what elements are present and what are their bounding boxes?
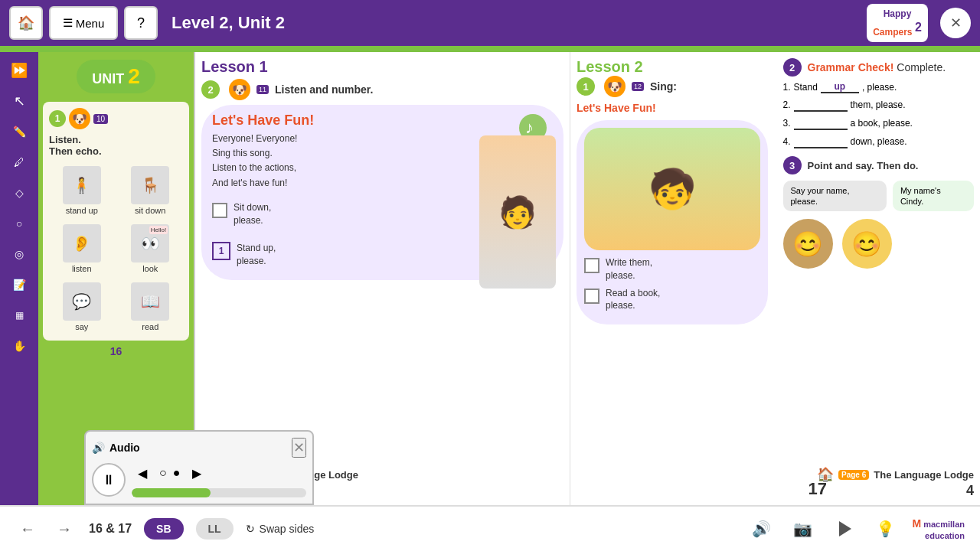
track-badge-11: 11 xyxy=(256,85,269,94)
audio-speaker-icon: 🔊 xyxy=(92,442,105,454)
close-button[interactable]: ✕ xyxy=(940,8,971,38)
grid-tool-button[interactable]: ▦ xyxy=(5,302,33,329)
swap-sides-button[interactable]: ↻ Swap sides xyxy=(246,523,315,535)
checkbox-stand-up-label: Stand up,please. xyxy=(237,242,276,268)
stand-up-label: stand up xyxy=(66,206,98,215)
swap-icon: ↻ xyxy=(246,523,255,535)
checkbox-sit-down-box[interactable] xyxy=(212,203,227,218)
avatar-2: 😊 xyxy=(842,219,892,269)
main-area: ⏩ ↖ ✏️ 🖊 ◇ ○ ◎ 📝 ▦ ✋ UNIT 2 1 xyxy=(0,52,980,505)
svg-text:♪: ♪ xyxy=(525,118,534,137)
grammar-section: 2 Grammar Check! Complete. 1. Stand up ,… xyxy=(783,58,975,148)
dog-icon: 🐶 xyxy=(69,108,90,129)
menu-label: Menu xyxy=(76,17,105,30)
pen-tool-button[interactable]: ✏️ xyxy=(5,118,33,145)
unit-label: UNIT xyxy=(92,71,124,86)
audio-dot2: ● xyxy=(173,466,181,480)
checkbox-read-label: Read a book,please. xyxy=(606,287,660,313)
stand-up-image: 🧍 xyxy=(63,166,101,204)
sit-down-image: 🪑 xyxy=(131,166,169,204)
home-button[interactable]: 🏠 xyxy=(9,6,43,40)
svg-marker-2 xyxy=(839,521,851,536)
present-button[interactable] xyxy=(829,514,858,543)
num-badge-1: 1 xyxy=(212,242,230,260)
vocab-listen: 👂 listen xyxy=(49,224,115,273)
listen-label: Listen. Then echo. xyxy=(49,134,183,157)
checkbox-read-box[interactable] xyxy=(584,289,599,304)
hand-tool-button[interactable]: ✋ xyxy=(5,332,33,360)
activity2-dog-icon: 🐶 xyxy=(229,79,250,100)
menu-button[interactable]: ☰ Menu xyxy=(49,6,118,40)
pause-icon: ⏸ xyxy=(102,472,116,488)
circle-tool-button[interactable]: ◎ xyxy=(5,240,33,268)
activity-1-num: 1 xyxy=(49,110,66,127)
bulb-button[interactable]: 💡 xyxy=(871,514,900,543)
swap-label: Swap sides xyxy=(260,523,315,535)
unit-header: UNIT 2 xyxy=(38,52,194,97)
lesson2-checkbox-write: Write them,please. xyxy=(584,256,760,282)
macmillan-logo: M macmillaneducation xyxy=(912,517,965,541)
page-range: 16 & 17 xyxy=(89,522,132,536)
logo-text: HappyCampers 2 xyxy=(873,8,922,37)
look-image: 👀 Hello! xyxy=(131,224,169,262)
song-title: Let's Have Fun! xyxy=(212,112,553,129)
audio-pause-button[interactable]: ⏸ xyxy=(92,463,126,497)
audio-rewind-button[interactable]: ◀ xyxy=(132,462,153,484)
audio-progress-bar[interactable] xyxy=(132,488,306,497)
sing-title: Let's Have Fun! xyxy=(577,102,768,114)
activity2-label: Listen and number. xyxy=(275,83,373,96)
say-label: say xyxy=(75,322,88,331)
unit-badge: UNIT 2 xyxy=(77,60,155,93)
grammar-answer-1: up xyxy=(821,81,859,93)
listen-image: 👂 xyxy=(63,224,101,262)
volume-button[interactable]: 🔊 xyxy=(746,514,776,543)
tab-ll-button[interactable]: LL xyxy=(196,518,234,540)
vocab-say: 💬 say xyxy=(49,282,115,331)
help-button[interactable]: ? xyxy=(124,6,158,40)
eraser-tool-button[interactable]: ◇ xyxy=(5,179,33,207)
unit-number: 2 xyxy=(128,64,140,88)
audio-controls-row: ⏸ ◀ ○ ● ▶ xyxy=(92,462,306,497)
activity2-num: 2 xyxy=(201,80,220,99)
audio-close-button[interactable]: ✕ xyxy=(292,438,306,458)
audio-title-text: Audio xyxy=(109,442,140,454)
lesson2-blob: 🧒 Write them,please. Read a xyxy=(577,120,768,324)
lesson2-activity1-row: 1 🐶 12 Sing: xyxy=(577,76,768,97)
tab-sb-button[interactable]: SB xyxy=(144,518,183,540)
track-badge-10: 10 xyxy=(93,114,108,124)
audio-dot1: ○ xyxy=(159,466,167,480)
shape-tool-button[interactable]: ○ xyxy=(5,210,33,237)
text-tool-button[interactable]: 📝 xyxy=(5,271,33,298)
song-person-image: 🧑 xyxy=(479,135,556,289)
home-icon: 🏠 xyxy=(18,15,34,31)
grammar-column: 2 Grammar Check! Complete. 1. Stand up ,… xyxy=(783,58,975,324)
say-image: 💬 xyxy=(63,282,101,321)
grammar-line-3: 3. a book, please. xyxy=(783,116,975,130)
point-say-label: Point and say. Then do. xyxy=(808,160,919,171)
pointer-tool-button[interactable]: ↖ xyxy=(5,87,33,115)
lesson2-column: Lesson 2 1 🐶 12 Sing: Let's Have Fun! xyxy=(577,58,768,324)
lesson2-person-image: 🧒 xyxy=(584,128,760,250)
forward-tool-button[interactable]: ⏩ xyxy=(5,57,33,84)
grammar-line-4: 4. down, please. xyxy=(783,135,975,148)
bubble1-text: Say your name, please. xyxy=(791,186,850,206)
speech-bubble-1: Say your name, please. xyxy=(783,181,887,211)
menu-icon: ☰ xyxy=(63,16,73,30)
audio-play-button[interactable]: ▶ xyxy=(186,462,207,484)
checkbox-write-box[interactable] xyxy=(584,258,599,273)
grammar-check-label: Grammar Check! xyxy=(808,61,894,73)
look-label: look xyxy=(142,264,158,273)
lang-lodge-2: 🏠 Page 6 The Language Lodge 4 xyxy=(817,466,974,499)
highlighter-tool-button[interactable]: 🖊 xyxy=(5,148,33,176)
speech-bubble-2: My name's Cindy. xyxy=(893,181,974,211)
prev-page-button[interactable]: ← xyxy=(15,517,40,541)
audio-transport: ◀ ○ ● ▶ xyxy=(132,462,306,484)
camera-button[interactable]: 📷 xyxy=(788,514,817,543)
audio-progress-area: ◀ ○ ● ▶ xyxy=(132,462,306,497)
bottom-bar: ← → 16 & 17 SB LL ↻ Swap sides 🔊 📷 💡 M m… xyxy=(0,505,980,551)
next-page-button[interactable]: → xyxy=(52,517,77,541)
lodge-page-badge-2: Page 6 xyxy=(838,470,869,480)
point-say-section: 3 Point and say. Then do. Say your name,… xyxy=(783,156,975,269)
audio-player: 🔊 Audio ✕ ⏸ ◀ ○ ● ▶ xyxy=(84,430,314,505)
right-page: Lesson 2 1 🐶 12 Sing: Let's Have Fun! xyxy=(570,52,980,505)
